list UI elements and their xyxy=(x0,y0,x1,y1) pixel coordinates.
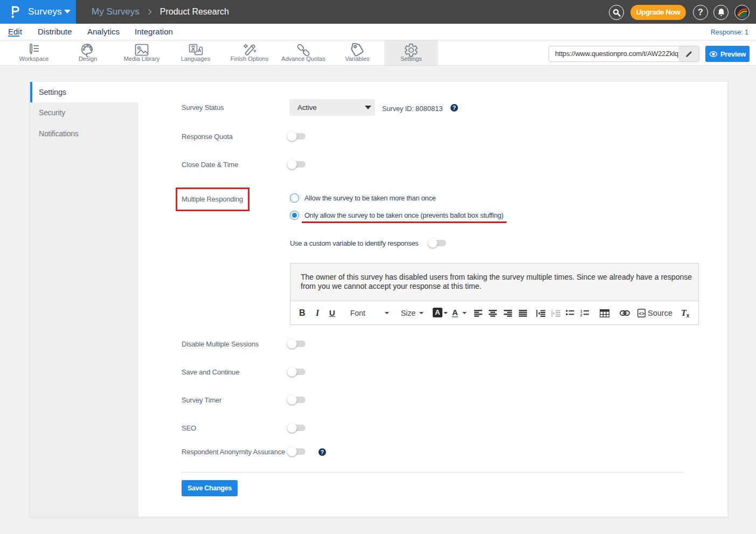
svg-text:2: 2 xyxy=(580,313,582,317)
svg-text:<>: <> xyxy=(639,311,645,316)
svg-text:1: 1 xyxy=(580,310,582,313)
